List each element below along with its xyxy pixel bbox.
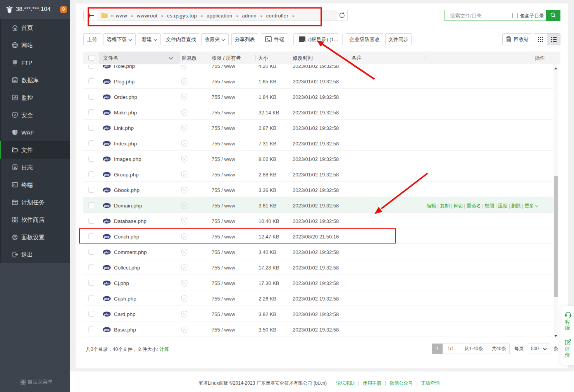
svg-text:php: php — [104, 95, 110, 99]
svg-text:php: php — [104, 313, 110, 316]
svg-text:php: php — [104, 297, 110, 300]
svg-text:php: php — [104, 281, 110, 285]
svg-text:php: php — [104, 173, 110, 176]
svg-text:php: php — [104, 266, 110, 269]
svg-text:php: php — [104, 250, 110, 254]
svg-text:php: php — [104, 80, 110, 83]
svg-text:php: php — [104, 204, 110, 207]
svg-text:php: php — [104, 126, 110, 130]
svg-text:php: php — [104, 157, 110, 161]
svg-text:php: php — [104, 219, 110, 223]
svg-text:php: php — [104, 142, 110, 145]
svg-text:php: php — [104, 111, 110, 114]
svg-text:php: php — [104, 65, 110, 68]
svg-text:php: php — [104, 188, 110, 192]
svg-text:php: php — [104, 328, 110, 332]
